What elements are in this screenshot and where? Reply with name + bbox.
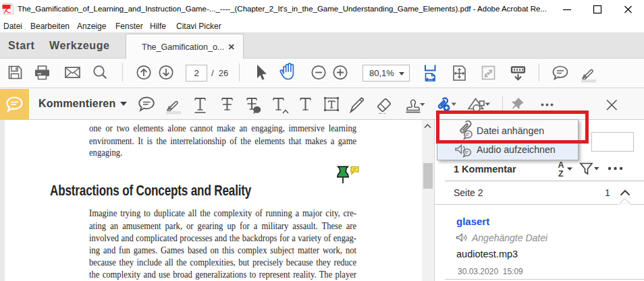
svg-text:Z: Z (558, 169, 564, 179)
svg-text:A: A (558, 160, 564, 170)
